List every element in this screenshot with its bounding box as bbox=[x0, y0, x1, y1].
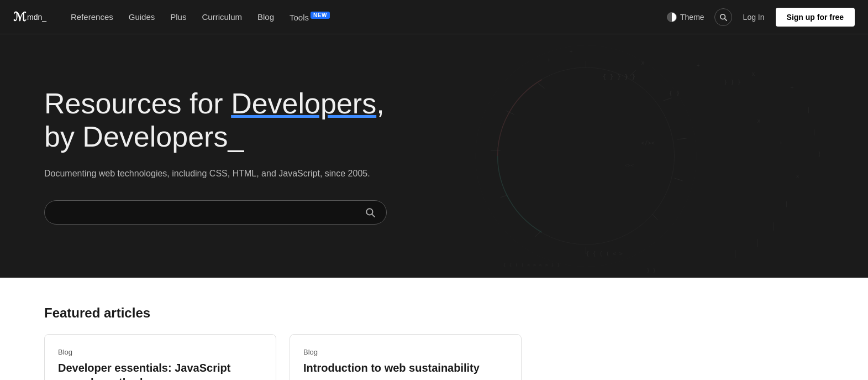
theme-icon bbox=[667, 12, 677, 22]
nav-plus[interactable]: Plus bbox=[164, 9, 193, 25]
new-badge: NEW bbox=[311, 12, 330, 19]
svg-text:{ }: { } bbox=[669, 90, 680, 97]
svg-text:x: x bbox=[751, 71, 755, 77]
svg-line-20 bbox=[630, 70, 635, 76]
cards-row: Blog Developer essentials: JavaScript co… bbox=[44, 334, 824, 380]
svg-line-29 bbox=[506, 111, 514, 114]
main-nav: ℳ mdn_ References Guides Plus Curriculum… bbox=[0, 0, 868, 34]
nav-references[interactable]: References bbox=[64, 9, 120, 25]
card-1-tag: Blog bbox=[58, 348, 262, 356]
svg-text:}: } bbox=[818, 151, 821, 157]
svg-line-24 bbox=[652, 214, 657, 220]
svg-text:x: x bbox=[757, 118, 760, 124]
card-2-title: Introduction to web sustainability bbox=[303, 361, 508, 375]
svg-line-21 bbox=[663, 98, 671, 101]
nav-guides[interactable]: Guides bbox=[122, 9, 162, 25]
svg-text:+: + bbox=[790, 85, 793, 91]
svg-text:|: | bbox=[807, 107, 810, 113]
theme-label: Theme bbox=[680, 13, 704, 22]
svg-line-26 bbox=[535, 231, 541, 237]
svg-text:x: x bbox=[796, 173, 799, 179]
svg-line-41 bbox=[372, 214, 375, 217]
logo-icon: ℳ bbox=[13, 10, 26, 24]
signup-button[interactable]: Sign up for free bbox=[776, 8, 855, 27]
article-card-1: Blog Developer essentials: JavaScript co… bbox=[44, 334, 276, 380]
nav-curriculum[interactable]: Curriculum bbox=[195, 9, 249, 25]
card-1-title: Developer essentials: JavaScript console… bbox=[58, 361, 262, 380]
svg-text:<><: <>< bbox=[624, 163, 634, 168]
svg-line-23 bbox=[674, 178, 682, 181]
hero-section: { } } } } { } } } } x + x + | | } { { ( … bbox=[0, 34, 868, 278]
search-icon bbox=[719, 13, 727, 21]
nav-right: Theme Log In Sign up for free bbox=[661, 8, 855, 27]
svg-text:+: + bbox=[779, 140, 782, 146]
hero-content: Resources for Developers, by Developers_… bbox=[44, 87, 431, 225]
card-2-tag: Blog bbox=[303, 348, 508, 356]
search-input[interactable] bbox=[56, 207, 360, 217]
article-card-2: Blog Introduction to web sustainability … bbox=[290, 334, 522, 380]
svg-line-22 bbox=[677, 138, 686, 139]
svg-text:{ { ( ( < > < > } }: { { ( ( < > < > } } bbox=[503, 262, 560, 268]
svg-text:+: + bbox=[696, 63, 699, 69]
svg-line-30 bbox=[538, 83, 544, 89]
theme-button[interactable]: Theme bbox=[661, 9, 710, 25]
nav-tools[interactable]: ToolsNEW bbox=[283, 9, 336, 25]
svg-text:|: | bbox=[785, 201, 788, 207]
hero-title-underline: Developers bbox=[231, 87, 376, 119]
svg-text:+: + bbox=[569, 49, 572, 55]
nav-links: References Guides Plus Curriculum Blog T… bbox=[64, 9, 661, 25]
svg-point-2 bbox=[497, 67, 674, 244]
svg-text:} }: } } bbox=[646, 268, 655, 273]
search-icon bbox=[365, 207, 375, 217]
search-bar bbox=[44, 200, 387, 225]
svg-point-3 bbox=[475, 45, 696, 267]
svg-line-1 bbox=[724, 18, 727, 20]
svg-text:{ } } } }: { } } } } bbox=[602, 73, 635, 80]
hero-title: Resources for Developers, by Developers_ bbox=[44, 87, 431, 154]
search-button[interactable] bbox=[714, 8, 732, 26]
svg-text:} } }: } } } bbox=[724, 79, 740, 85]
svg-text:{ { ( ( < >: { { ( ( < > bbox=[586, 251, 622, 257]
hero-search-button[interactable] bbox=[365, 207, 375, 217]
svg-text:x: x bbox=[641, 60, 644, 66]
nav-blog[interactable]: Blog bbox=[251, 9, 281, 25]
svg-text:|: | bbox=[812, 129, 816, 136]
svg-line-27 bbox=[500, 195, 508, 197]
logo-text: mdn_ bbox=[27, 13, 46, 22]
featured-section: Featured articles Blog Developer essenti… bbox=[0, 278, 868, 380]
svg-text:</><: </>< bbox=[641, 140, 654, 146]
svg-text:+: + bbox=[547, 57, 550, 63]
site-logo[interactable]: ℳ mdn_ bbox=[13, 10, 46, 24]
featured-title: Featured articles bbox=[44, 305, 824, 321]
login-button[interactable]: Log In bbox=[737, 9, 771, 25]
hero-subtitle: Documenting web technologies, including … bbox=[44, 167, 431, 180]
